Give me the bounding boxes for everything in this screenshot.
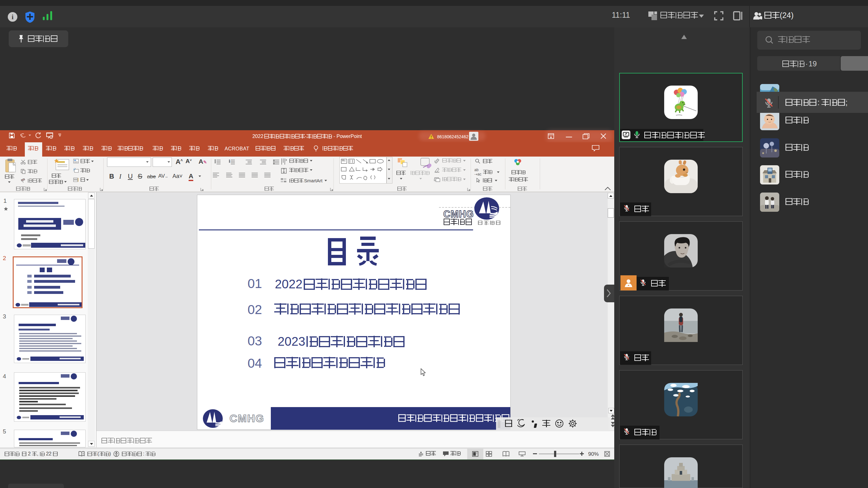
svg-text:2: 2 <box>229 161 230 163</box>
